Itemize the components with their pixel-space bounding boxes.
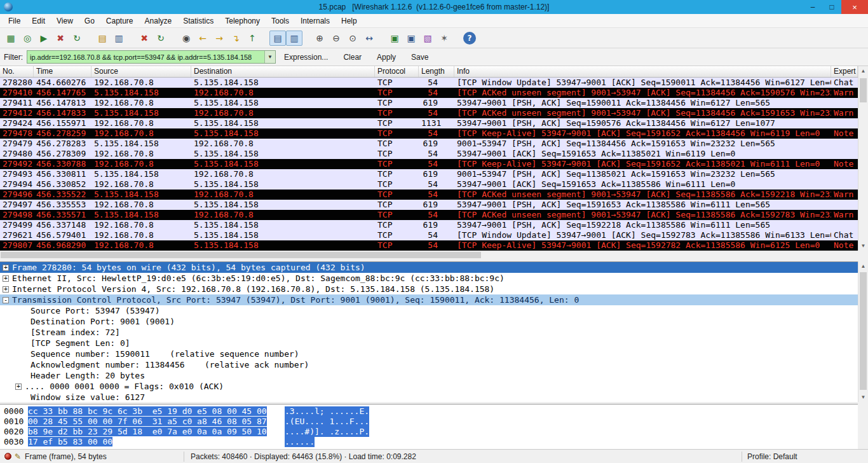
resize-columns-icon[interactable]: ↔ (361, 31, 377, 46)
find-packet-icon[interactable]: ◉ (178, 31, 194, 46)
apply-button[interactable]: Apply (370, 51, 403, 64)
scroll-up-icon[interactable]: ▲ (858, 66, 868, 76)
clear-button[interactable]: Clear (336, 51, 369, 64)
column-header-source[interactable]: Source (92, 66, 191, 77)
menu-analyze[interactable]: Analyze (139, 15, 178, 27)
go-to-packet-icon[interactable]: ↴ (227, 31, 244, 46)
open-file-icon[interactable]: ▤ (94, 31, 111, 46)
packet-list-hscrollbar[interactable] (0, 251, 858, 259)
packet-row-279494[interactable]: 279494456.330852192.168.70.85.135.184.15… (0, 179, 858, 190)
save-file-icon[interactable]: ▥ (111, 31, 127, 46)
hex-ascii-selected[interactable]: ...... (285, 437, 315, 447)
expand-icon[interactable]: + (3, 286, 9, 293)
zoom-100-icon[interactable]: ⊙ (344, 31, 361, 46)
filter-input[interactable] (27, 53, 264, 61)
packet-row-279412[interactable]: 279412456.1478335.135.184.158192.168.70.… (0, 108, 858, 118)
scroll-down-icon[interactable]: ▼ (858, 241, 868, 251)
scrollbar-thumb[interactable] (1, 252, 481, 258)
column-header-info[interactable]: Info (454, 66, 831, 77)
detail-line[interactable]: Acknowledgment number: 11384456 (relativ… (0, 359, 858, 370)
detail-line[interactable]: Window size value: 6127 (0, 392, 858, 402)
filter-dropdown-icon[interactable]: ▼ (264, 51, 275, 63)
maximize-button[interactable]: □ (822, 0, 841, 14)
packet-row-279498[interactable]: 279498456.3355715.135.184.158192.168.70.… (0, 210, 858, 220)
coloring-rules-icon[interactable]: ▧ (419, 31, 436, 46)
capture-options-icon[interactable]: ◎ (19, 31, 36, 46)
list-interfaces-icon[interactable]: ▦ (3, 31, 19, 46)
column-header-no[interactable]: No. (0, 66, 34, 77)
packet-row-279479[interactable]: 279479456.2782835.135.184.158192.168.70.… (0, 139, 858, 149)
packet-row-279478[interactable]: 279478456.278259192.168.70.85.135.184.15… (0, 128, 858, 139)
menu-edit[interactable]: Edit (26, 15, 51, 27)
stop-capture-icon[interactable]: ✖ (52, 31, 69, 46)
scrollbar-thumb[interactable] (860, 272, 867, 390)
packet-row-279410[interactable]: 279410456.1477655.135.184.158192.168.70.… (0, 88, 858, 98)
minimize-button[interactable]: – (803, 0, 822, 14)
scroll-down-icon[interactable]: ▼ (858, 392, 868, 402)
menu-tools[interactable]: Tools (266, 15, 295, 27)
packet-list-vscrollbar[interactable]: ▲ ▼ (858, 66, 868, 251)
packet-row-279493[interactable]: 279493456.3308115.135.184.158192.168.70.… (0, 169, 858, 179)
auto-scroll-toggle[interactable]: ▥ (286, 31, 302, 46)
display-filters-icon[interactable]: ▣ (403, 31, 419, 46)
column-header-length[interactable]: Length (419, 66, 454, 77)
zoom-in-icon[interactable]: ⊕ (311, 31, 328, 46)
expression-button[interactable]: Expression... (277, 51, 335, 64)
column-header-time[interactable]: Time (34, 66, 92, 77)
hex-ascii-selected[interactable]: .3....l; ......E. (285, 406, 369, 417)
detail-line[interactable]: [TCP Segment Len: 0] (0, 338, 858, 349)
column-header-expert[interactable]: Expert (831, 66, 858, 77)
detail-line[interactable]: Destination Port: 9001 (9001) (0, 316, 858, 327)
scrollbar-thumb[interactable] (860, 78, 867, 102)
go-forward-icon[interactable]: → (211, 31, 227, 46)
hex-bytes-selected[interactable]: 17 ef b5 83 00 00 (28, 437, 112, 446)
menu-view[interactable]: View (51, 15, 79, 27)
detail-line[interactable]: -Transmission Control Protocol, Src Port… (0, 294, 858, 305)
detail-line[interactable]: +Internet Protocol Version 4, Src: 192.1… (0, 284, 858, 294)
scroll-up-icon[interactable]: ▲ (858, 261, 868, 271)
hex-row-0020[interactable]: 0020b8 9e d2 bb 23 29 5d 18 e0 7a e0 0a … (0, 427, 858, 437)
colorize-list-toggle[interactable]: ▤ (269, 31, 286, 46)
detail-line[interactable]: [Stream index: 72] (0, 327, 858, 338)
menu-statistics[interactable]: Statistics (177, 15, 219, 27)
restart-capture-icon[interactable]: ↻ (69, 31, 85, 46)
packet-row-278280[interactable]: 278280454.660276192.168.70.85.135.184.15… (0, 78, 858, 88)
preferences-icon[interactable]: ✶ (436, 31, 452, 46)
hex-row-0010[interactable]: 001000 28 45 55 00 00 7f 06 31 a5 c0 a8 … (0, 417, 858, 427)
hex-bytes-selected[interactable]: 00 28 45 55 00 00 7f 06 31 a5 c0 a8 46 0… (28, 417, 267, 426)
close-file-icon[interactable]: ✖ (136, 31, 153, 46)
menu-go[interactable]: Go (79, 15, 100, 27)
detail-line[interactable]: Source Port: 53947 (53947) (0, 305, 858, 316)
zoom-out-icon[interactable]: ⊖ (328, 31, 344, 46)
hex-bytes-selected[interactable]: cc 33 bb 88 bc 9c 6c 3b e5 19 d0 e5 08 0… (28, 406, 267, 416)
packet-row-279621[interactable]: 279621456.579401192.168.70.85.135.184.15… (0, 230, 858, 240)
packet-row-279807[interactable]: 279807456.968290192.168.70.85.135.184.15… (0, 240, 858, 251)
detail-line[interactable]: Header Length: 20 bytes (0, 370, 858, 381)
collapse-icon[interactable]: - (3, 297, 9, 303)
packet-row-279480[interactable]: 279480456.278309192.168.70.85.135.184.15… (0, 149, 858, 159)
annotation-icon[interactable]: ✎ (15, 452, 21, 461)
menu-help[interactable]: Help (336, 15, 363, 27)
save-button[interactable]: Save (404, 51, 435, 64)
detail-line[interactable]: Sequence number: 1590011 (relative seque… (0, 349, 858, 359)
hex-bytes-selected[interactable]: b8 9e d2 bb 23 29 5d 18 e0 7a e0 0a 0a 0… (28, 427, 267, 436)
menu-capture[interactable]: Capture (100, 15, 139, 27)
detail-line[interactable]: +Ethernet II, Src: HewlettP_19:d0:e5 (6c… (0, 273, 858, 284)
menu-file[interactable]: File (3, 15, 26, 27)
packet-row-279424[interactable]: 279424456.155971192.168.70.85.135.184.15… (0, 118, 858, 128)
detail-line[interactable]: +.... 0000 0001 0000 = Flags: 0x010 (ACK… (0, 381, 858, 392)
expert-info-button[interactable] (4, 453, 11, 460)
detail-line[interactable]: +Frame 278280: 54 bytes on wire (432 bit… (0, 262, 858, 273)
packet-row-279411[interactable]: 279411456.147813192.168.70.85.135.184.15… (0, 98, 858, 108)
hex-ascii-selected[interactable]: ....#)]. .z....P. (285, 427, 369, 437)
menu-telephony[interactable]: Telephony (219, 15, 266, 27)
expand-icon[interactable]: + (15, 384, 22, 390)
packet-row-279492[interactable]: 279492456.330788192.168.70.85.135.184.15… (0, 159, 858, 169)
hex-row-0000[interactable]: 0000cc 33 bb 88 bc 9c 6c 3b e5 19 d0 e5 … (0, 406, 858, 417)
profile-text[interactable]: Profile: Default (747, 452, 797, 461)
menu-internals[interactable]: Internals (295, 15, 336, 27)
capture-filters-icon[interactable]: ▣ (386, 31, 403, 46)
column-header-destination[interactable]: Destination (191, 66, 375, 77)
column-header-protocol[interactable]: Protocol (375, 66, 419, 77)
go-to-top-icon[interactable]: ↑ (244, 31, 261, 46)
